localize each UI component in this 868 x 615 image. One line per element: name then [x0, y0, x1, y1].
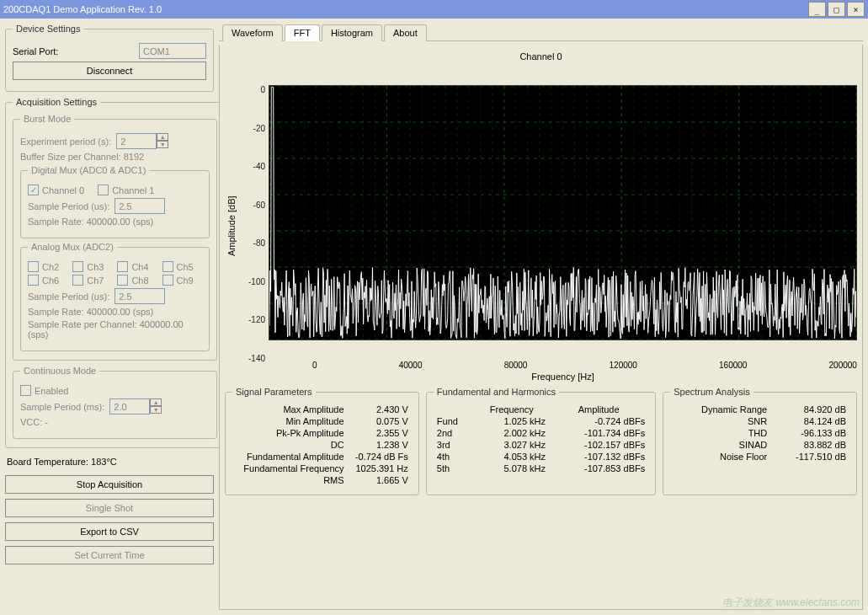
close-button[interactable]: × — [847, 2, 865, 17]
param-value: 1.665 V — [348, 474, 412, 486]
harmonics-legend: Fundamental and Harmonics — [434, 387, 559, 397]
burst-mode-legend: Burst Mode — [20, 114, 74, 124]
chart-title: Channel 0 — [225, 50, 857, 65]
spec-value: 84.920 dB — [770, 404, 849, 415]
param-value: -0.724 dB Fs — [348, 451, 412, 463]
chevron-up-icon[interactable]: ▲ — [157, 133, 168, 141]
chart-xlabel: Frequency [Hz] — [269, 370, 857, 382]
cont-sample-period-input[interactable] — [109, 398, 150, 414]
spec-value: 84.124 dB — [770, 415, 849, 427]
chart-area: Amplitude [dB] 0-20-40-60-80-100-120-140… — [225, 70, 857, 382]
ch3-checkbox[interactable]: Ch3 — [72, 261, 104, 272]
spectrum-analysis-table: Dynamic Range84.920 dBSNR84.124 dBTHD-96… — [670, 404, 849, 463]
chart-yaxis: 0-20-40-60-80-100-120-140 — [238, 70, 269, 382]
serial-port-label: Serial Port: — [13, 46, 58, 56]
chevron-down-icon[interactable]: ▼ — [150, 406, 162, 414]
continuous-mode-group: Continuous Mode Enabled Sample Period (m… — [13, 366, 217, 439]
harmonics-freq-header: Frequency — [475, 404, 549, 415]
experiment-period-spin[interactable]: ▲ ▼ — [157, 133, 168, 149]
spec-label: Dynamic Range — [670, 404, 770, 415]
fft-plot[interactable] — [269, 85, 857, 340]
ch2-checkbox[interactable]: Ch2 — [28, 261, 59, 272]
serial-port-input[interactable] — [139, 43, 206, 59]
harmonics-group: Fundamental and Harmonics FrequencyAmpli… — [426, 387, 656, 495]
harmonic-name: 3rd — [434, 439, 475, 451]
ch7-checkbox[interactable]: Ch7 — [72, 275, 104, 286]
harmonic-freq: 3.027 kHz — [475, 439, 549, 451]
window-titlebar: 200CDAQ1 Demo Application Rev. 1.0 _ □ × — [0, 0, 868, 19]
harmonic-amp: -101.734 dBFs — [549, 427, 648, 439]
tab-strip: Waveform FFT Histogram About — [219, 24, 863, 41]
digmux-sample-period-input[interactable] — [114, 198, 165, 214]
ch4-checkbox[interactable]: Ch4 — [117, 261, 148, 272]
window-title: 200CDAQ1 Demo Application Rev. 1.0 — [3, 4, 162, 14]
digital-mux-legend: Digital Mux (ADC0 & ADC1) — [28, 165, 149, 175]
digmux-sample-period-label: Sample Period (us): — [28, 201, 109, 211]
spec-label: THD — [670, 427, 770, 439]
spec-label: SINAD — [670, 439, 770, 451]
digital-mux-group: Digital Mux (ADC0 & ADC1) ✓ Channel 0 Ch… — [20, 165, 210, 238]
harmonic-amp: -107.132 dBFs — [549, 451, 648, 463]
harmonic-name: Fund — [434, 415, 475, 427]
ch6-checkbox[interactable]: Ch6 — [28, 275, 59, 286]
maximize-button[interactable]: □ — [828, 2, 845, 17]
signal-parameters-table: Max Amplitude2.430 VMin Amplitude0.075 V… — [232, 404, 412, 486]
channel0-checkbox[interactable]: ✓ Channel 0 — [28, 184, 84, 195]
disconnect-button[interactable]: Disconnect — [13, 62, 206, 80]
digmux-sample-rate-label: Sample Rate: 400000.00 (sps) — [28, 217, 153, 227]
ch5-checkbox[interactable]: Ch5 — [162, 261, 194, 272]
ch9-checkbox[interactable]: Ch9 — [162, 275, 194, 286]
harmonic-freq: 4.053 kHz — [475, 451, 549, 463]
cont-sample-period-spin[interactable]: ▲ ▼ — [150, 398, 162, 414]
tab-about[interactable]: About — [384, 24, 427, 41]
vcc-label: VCC: - — [20, 417, 48, 427]
watermark: 电子发烧友 www.elecfans.com — [722, 596, 860, 610]
cont-sample-period-label: Sample Period (ms): — [20, 402, 104, 412]
board-temperature-label: Board Temperature: 183°C — [5, 453, 214, 470]
harmonic-amp: -0.724 dBFs — [549, 415, 648, 427]
device-settings-legend: Device Settings — [13, 24, 83, 34]
export-csv-button[interactable]: Export to CSV — [5, 522, 214, 541]
spec-label: Noise Floor — [670, 451, 770, 463]
chevron-down-icon[interactable]: ▼ — [157, 141, 168, 148]
spectrum-analysis-group: Spectrum Analysis Dynamic Range84.920 dB… — [663, 387, 857, 495]
harmonic-name: 4th — [434, 451, 475, 463]
experiment-period-label: Experiment period (s): — [20, 136, 111, 147]
acquisition-settings-legend: Acquisition Settings — [13, 97, 100, 107]
spectrum-analysis-legend: Spectrum Analysis — [670, 387, 753, 397]
single-shot-button[interactable]: Single Shot — [5, 499, 214, 517]
spec-value: -96.133 dB — [770, 427, 849, 439]
device-settings-group: Device Settings Serial Port: Disconnect — [5, 24, 214, 92]
set-current-time-button[interactable]: Set Current Time — [5, 546, 214, 564]
harmonic-amp: -102.157 dBFs — [549, 439, 648, 451]
chevron-up-icon[interactable]: ▲ — [150, 398, 162, 406]
channel1-checkbox[interactable]: Channel 1 — [98, 184, 154, 195]
stop-acquisition-button[interactable]: Stop Acquisition — [5, 475, 214, 494]
tab-histogram[interactable]: Histogram — [322, 24, 382, 41]
chart-xaxis: 04000080000120000160000200000 — [312, 359, 857, 370]
harmonic-name: 2nd — [434, 427, 475, 439]
param-value: 1025.391 Hz — [348, 463, 412, 474]
harmonics-table: FrequencyAmplitudeFund1.025 kHz-0.724 dB… — [434, 404, 648, 474]
tab-waveform[interactable]: Waveform — [222, 24, 283, 41]
anamux-sample-period-input[interactable] — [114, 288, 165, 304]
analog-mux-legend: Analog Mux (ADC2) — [28, 242, 117, 252]
ch8-checkbox[interactable]: Ch8 — [117, 275, 148, 286]
minimize-button[interactable]: _ — [808, 2, 826, 17]
experiment-period-input[interactable] — [116, 133, 157, 149]
param-label: Max Amplitude — [232, 404, 348, 415]
param-label: RMS — [232, 474, 348, 486]
param-value: 1.238 V — [348, 439, 412, 451]
param-label: DC — [232, 439, 348, 451]
spec-value: -117.510 dB — [770, 451, 849, 463]
tab-fft[interactable]: FFT — [285, 24, 320, 41]
chart-ylabel: Amplitude [dB] — [225, 70, 238, 382]
anamux-sample-rate-label: Sample Rate: 400000.00 (sps) — [28, 307, 153, 317]
continuous-mode-legend: Continuous Mode — [20, 366, 99, 376]
param-value: 2.355 V — [348, 427, 412, 439]
spec-label: SNR — [670, 415, 770, 427]
enabled-checkbox[interactable]: Enabled — [20, 385, 68, 396]
param-label: Pk-Pk Amplitude — [232, 427, 348, 439]
harmonic-freq: 2.002 kHz — [475, 427, 549, 439]
anamux-sample-period-label: Sample Period (us): — [28, 291, 109, 302]
